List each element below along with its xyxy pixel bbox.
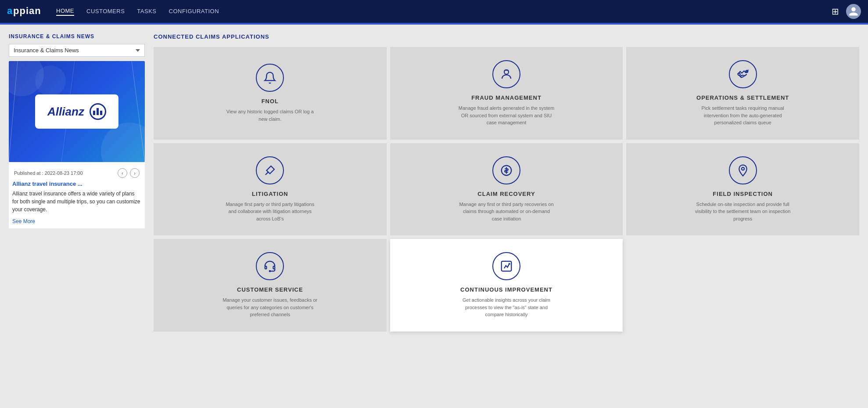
allianz-bar-1 <box>93 111 95 115</box>
allianz-logo-icon <box>90 103 106 120</box>
news-nav: Published at : 2022-08-23 17:00 ‹ › <box>12 166 141 181</box>
news-card: Published at : 2022-08-23 17:00 ‹ › Alli… <box>9 162 145 228</box>
svg-rect-11 <box>273 266 275 269</box>
app-desc-fnol: View any historic logged claims OR log a… <box>222 108 318 123</box>
allianz-card: Allianz <box>35 94 118 129</box>
app-desc-field: Schedule on-site inspection and provide … <box>695 201 791 223</box>
svg-rect-10 <box>265 266 267 269</box>
app-name-customer: CUSTOMER SERVICE <box>237 286 303 293</box>
app-icon-litigation <box>256 156 284 184</box>
svg-text:a: a <box>7 5 13 16</box>
app-desc-ops: Pick settlement tasks requiring manual i… <box>695 105 791 126</box>
app-card-ops[interactable]: OPERATIONS & SETTLEMENT Pick settlement … <box>626 47 859 140</box>
app-icon-fraud <box>492 60 520 88</box>
main-content: INSURANCE & CLAIMS NEWS Insurance & Clai… <box>0 25 868 408</box>
appian-logo-text: a ppian <box>7 4 42 19</box>
app-card-recovery[interactable]: CLAIM RECOVERY Manage any first or third… <box>390 143 623 236</box>
navbar: a ppian HOME CUSTOMERS TASKS CONFIGURATI… <box>0 0 868 23</box>
svg-point-12 <box>269 271 271 272</box>
app-desc-customer: Manage your customer issues, feedbacks o… <box>222 296 318 318</box>
app-name-litigation: LITIGATION <box>252 191 288 197</box>
app-icon-recovery <box>492 156 520 184</box>
app-icon-field <box>729 156 757 184</box>
nav-home[interactable]: HOME <box>56 7 74 16</box>
app-icon-fnol <box>256 64 284 92</box>
app-desc-continuous: Get actionable insights across your clai… <box>458 296 555 318</box>
news-image: Allianz <box>9 61 145 162</box>
nav-right: ⊞ <box>832 4 861 19</box>
app-icon-customer <box>256 252 284 280</box>
see-more-link[interactable]: See More <box>12 218 35 224</box>
nav-links: HOME CUSTOMERS TASKS CONFIGURATION <box>56 7 832 16</box>
news-description: Allianz travel insurance offers a wide v… <box>12 190 141 213</box>
left-section-title: INSURANCE & CLAIMS NEWS <box>9 33 145 40</box>
nav-arrows: ‹ › <box>118 168 140 178</box>
app-card-field[interactable]: FIELD INSPECTION Schedule on-site inspec… <box>626 143 859 236</box>
news-title-link[interactable]: Allianz travel insurance ... <box>12 181 141 187</box>
app-name-field: FIELD INSPECTION <box>713 191 773 197</box>
app-name-recovery: CLAIM RECOVERY <box>477 191 535 197</box>
left-panel: INSURANCE & CLAIMS NEWS Insurance & Clai… <box>9 33 145 399</box>
apps-grid: FNOL View any historic logged claims OR … <box>154 47 859 332</box>
app-icon-continuous <box>492 252 520 280</box>
app-card-customer[interactable]: CUSTOMER SERVICE Manage your customer is… <box>154 239 387 332</box>
prev-arrow-button[interactable]: ‹ <box>118 168 127 178</box>
right-panel: CONNECTED CLAIMS APPLICATIONS FNOL View … <box>154 33 859 399</box>
grid-icon[interactable]: ⊞ <box>832 6 839 17</box>
app-name-fnol: FNOL <box>262 98 279 105</box>
nav-customers[interactable]: CUSTOMERS <box>86 8 125 15</box>
news-date: Published at : 2022-08-23 17:00 <box>14 170 83 176</box>
right-panel-title: CONNECTED CLAIMS APPLICATIONS <box>154 33 859 40</box>
app-icon-ops <box>729 60 757 88</box>
svg-text:ppian: ppian <box>13 5 41 16</box>
nav-configuration[interactable]: CONFIGURATION <box>169 8 219 15</box>
app-card-fnol[interactable]: FNOL View any historic logged claims OR … <box>154 47 387 140</box>
app-desc-litigation: Manage first party or third party litiga… <box>222 201 318 223</box>
app-name-continuous: CONTINUOUS IMPROVEMENT <box>460 286 552 293</box>
app-desc-recovery: Manage any first or third party recoveri… <box>458 201 555 223</box>
svg-point-9 <box>742 167 744 170</box>
next-arrow-button[interactable]: › <box>130 168 140 178</box>
user-avatar[interactable] <box>846 4 861 19</box>
news-dropdown[interactable]: Insurance & Claims News <box>9 44 145 57</box>
svg-line-2 <box>9 61 18 162</box>
app-name-ops: OPERATIONS & SETTLEMENT <box>696 94 789 101</box>
nav-tasks[interactable]: TASKS <box>137 8 156 15</box>
svg-point-6 <box>738 73 740 76</box>
app-card-fraud[interactable]: FRAUD MANAGEMENT Manage fraud alerts gen… <box>390 47 623 140</box>
app-desc-fraud: Manage fraud alerts generated in the sys… <box>458 105 555 126</box>
app-card-litigation[interactable]: LITIGATION Manage first party or third p… <box>154 143 387 236</box>
app-name-fraud: FRAUD MANAGEMENT <box>471 94 542 101</box>
app-card-continuous[interactable]: CONTINUOUS IMPROVEMENT Get actionable in… <box>390 239 623 332</box>
svg-line-3 <box>132 61 145 162</box>
allianz-bars <box>93 108 102 115</box>
brand-logo[interactable]: a ppian <box>7 4 42 19</box>
allianz-text: Allianz <box>47 105 84 119</box>
allianz-bar-3 <box>100 111 102 115</box>
allianz-bar-2 <box>97 108 99 115</box>
